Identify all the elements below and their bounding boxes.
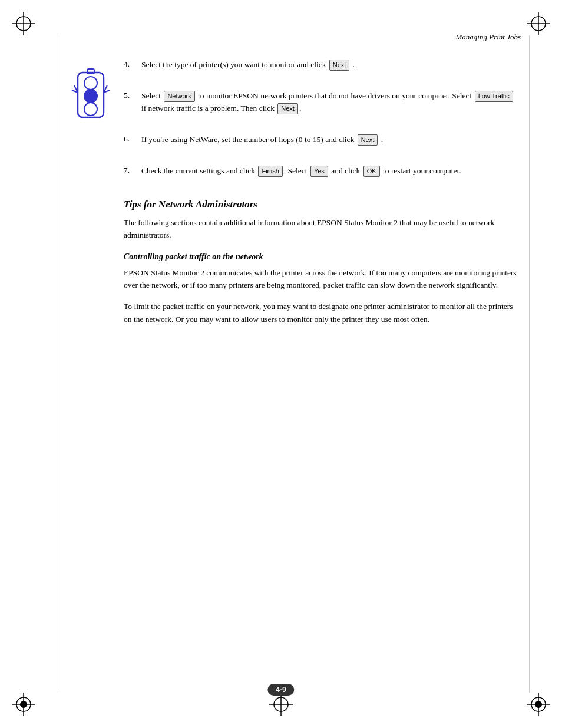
traffic-light-icon — [70, 68, 112, 129]
step-4-number: 4. — [124, 59, 141, 69]
chapter-title: Managing Print Jobs — [456, 32, 521, 41]
step-7: 7. Check the current settings and click … — [124, 165, 518, 177]
packet-traffic-heading-text: Controlling packet traffic on the networ… — [124, 252, 263, 261]
step-7-text: Check the current settings and click Fin… — [141, 165, 518, 177]
svg-point-19 — [84, 90, 97, 103]
step-5-number: 5. — [124, 90, 141, 100]
packet-traffic-para1: EPSON Status Monitor 2 communicates with… — [124, 266, 518, 292]
next-button-step5: Next — [277, 103, 298, 114]
yes-button: Yes — [310, 166, 328, 177]
low-traffic-button: Low Traffic — [475, 91, 513, 102]
next-button-step6: Next — [358, 134, 378, 146]
network-button: Network — [164, 91, 194, 102]
page-number: 4-9 — [276, 686, 286, 694]
page-number-badge: 4-9 — [267, 684, 294, 696]
tips-heading-text: Tips for Network Administrators — [124, 199, 257, 210]
page-header: Managing Print Jobs — [456, 32, 521, 42]
margin-line-left — [59, 35, 59, 693]
step-6-number: 6. — [124, 134, 141, 144]
packet-traffic-heading: Controlling packet traffic on the networ… — [124, 252, 518, 262]
tips-section-heading: Tips for Network Administrators — [124, 199, 518, 210]
page: Managing Print Jobs 4. Sel — [0, 0, 562, 728]
step-7-number: 7. — [124, 165, 141, 175]
tips-intro: The following sections contain additiona… — [124, 216, 518, 242]
svg-point-18 — [84, 77, 97, 90]
corner-mark-tr — [527, 12, 550, 35]
step-4: 4. Select the type of printer(s) you wan… — [124, 59, 518, 71]
ok-button: OK — [363, 166, 380, 177]
svg-point-9 — [20, 701, 27, 708]
svg-point-20 — [84, 103, 97, 116]
next-button-step4: Next — [329, 60, 350, 71]
packet-traffic-para2: To limit the packet traffic on your netw… — [124, 300, 518, 325]
step-5-text: Select Network to monitor EPSON network … — [141, 90, 518, 115]
margin-line-right — [529, 35, 530, 693]
svg-point-13 — [535, 701, 542, 708]
corner-mark-tl — [12, 12, 35, 35]
step-6: 6. If you're using NetWare, set the numb… — [124, 134, 518, 146]
step-4-text: Select the type of printer(s) you want t… — [141, 59, 518, 71]
bottom-center-mark — [269, 693, 293, 716]
corner-mark-br — [527, 693, 550, 716]
content-area: 4. Select the type of printer(s) you wan… — [124, 59, 518, 334]
finish-button: Finish — [258, 166, 282, 177]
step-6-text: If you're using NetWare, set the number … — [141, 134, 518, 146]
corner-mark-bl — [12, 693, 35, 716]
step-5: 5. Select Network to monitor EPSON netwo… — [124, 90, 518, 115]
